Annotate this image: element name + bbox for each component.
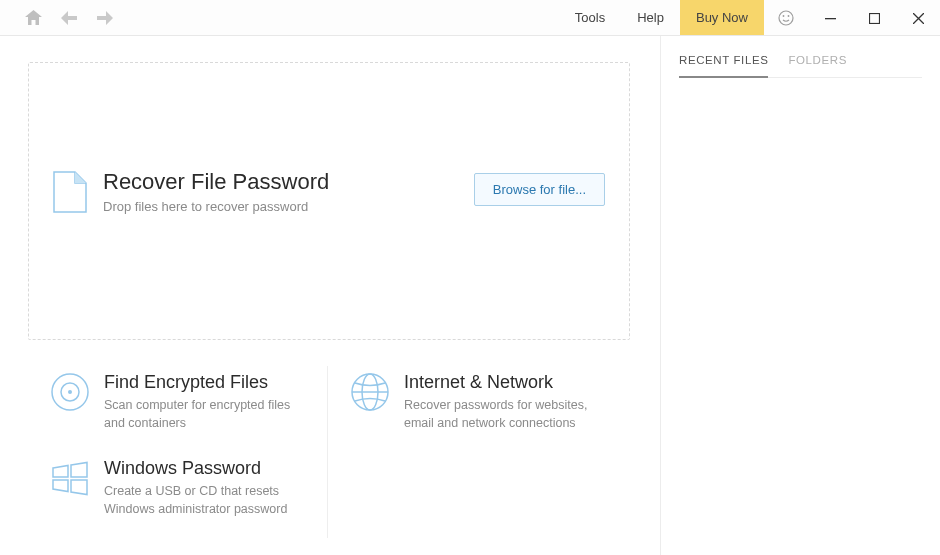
- svg-rect-3: [825, 18, 836, 19]
- back-button[interactable]: [52, 0, 86, 36]
- card-internet-network[interactable]: Internet & Network Recover passwords for…: [328, 366, 628, 452]
- sidebar-tabs: RECENT FILES FOLDERS: [679, 54, 922, 78]
- browse-file-button[interactable]: Browse for file...: [474, 173, 605, 206]
- menu-help[interactable]: Help: [621, 0, 680, 35]
- nav-controls: [0, 0, 122, 35]
- menu-buy-now[interactable]: Buy Now: [680, 0, 764, 35]
- titlebar: Tools Help Buy Now: [0, 0, 940, 36]
- arrow-right-icon: [97, 11, 113, 25]
- disc-icon: [50, 372, 90, 412]
- svg-rect-4: [869, 13, 879, 23]
- dropzone-subtitle: Drop files here to recover password: [103, 199, 474, 214]
- card-find-title: Find Encrypted Files: [104, 372, 304, 393]
- home-button[interactable]: [16, 0, 50, 36]
- card-windows-title: Windows Password: [104, 458, 304, 479]
- svg-point-1: [783, 15, 785, 17]
- file-icon: [53, 169, 93, 217]
- windows-icon: [50, 458, 90, 498]
- card-internet-title: Internet & Network: [404, 372, 604, 393]
- feedback-button[interactable]: [764, 0, 808, 36]
- close-icon: [913, 13, 924, 24]
- smile-icon: [778, 10, 794, 26]
- svg-point-2: [788, 15, 790, 17]
- main-panel: Recover File Password Drop files here to…: [0, 36, 660, 555]
- card-windows-password[interactable]: Windows Password Create a USB or CD that…: [28, 452, 328, 538]
- tab-recent-files[interactable]: RECENT FILES: [679, 54, 768, 78]
- dropzone-title: Recover File Password: [103, 169, 474, 195]
- maximize-button[interactable]: [852, 0, 896, 36]
- menu-tools[interactable]: Tools: [559, 0, 621, 35]
- card-find-encrypted[interactable]: Find Encrypted Files Scan computer for e…: [28, 366, 328, 452]
- tab-folders[interactable]: FOLDERS: [788, 54, 847, 78]
- sidebar: RECENT FILES FOLDERS: [660, 36, 940, 555]
- minimize-button[interactable]: [808, 0, 852, 36]
- arrow-left-icon: [61, 11, 77, 25]
- card-internet-sub: Recover passwords for websites, email an…: [404, 397, 604, 432]
- file-dropzone[interactable]: Recover File Password Drop files here to…: [28, 62, 630, 340]
- window-controls: [764, 0, 940, 35]
- globe-icon: [350, 372, 390, 412]
- card-windows-sub: Create a USB or CD that resets Windows a…: [104, 483, 304, 518]
- close-button[interactable]: [896, 0, 940, 36]
- card-find-sub: Scan computer for encrypted files and co…: [104, 397, 304, 432]
- home-icon: [25, 10, 42, 25]
- forward-button[interactable]: [88, 0, 122, 36]
- svg-point-7: [68, 390, 72, 394]
- minimize-icon: [825, 13, 836, 24]
- maximize-icon: [869, 13, 880, 24]
- svg-point-0: [779, 11, 793, 25]
